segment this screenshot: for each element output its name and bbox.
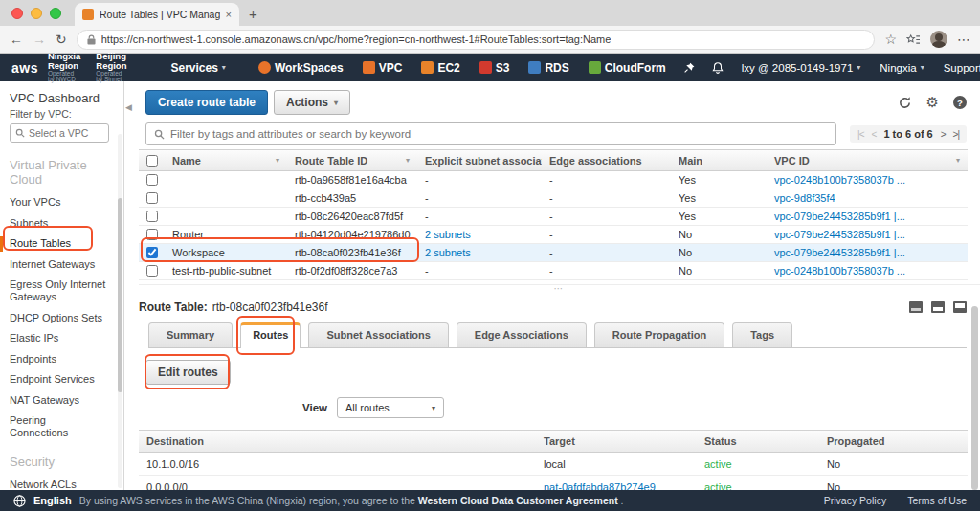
tab-route-propagation[interactable]: Route Propagation bbox=[594, 322, 724, 347]
aws-logo[interactable]: aws bbox=[11, 60, 38, 76]
sidebar-item-subnets[interactable]: Subnets bbox=[10, 217, 107, 230]
tab-subnet-associations[interactable]: Subnet Associations bbox=[308, 322, 448, 347]
sidebar-item-endpoints[interactable]: Endpoints bbox=[10, 353, 107, 366]
shortcut-workspaces[interactable]: WorkSpaces bbox=[258, 61, 344, 75]
column-header-main[interactable]: Main bbox=[671, 155, 767, 167]
shortcut-s3[interactable]: S3 bbox=[479, 61, 510, 75]
cell-vpc-id-link[interactable]: vpc-0248b100b7358037b ... bbox=[767, 174, 968, 186]
row-checkbox[interactable] bbox=[146, 211, 158, 222]
customer-agreement-link[interactable]: Western Cloud Data Customer Agreement bbox=[418, 495, 618, 506]
pane-layout-split-icon[interactable] bbox=[931, 301, 945, 313]
table-row[interactable]: Router rtb-04120d04e219786d0 2 subnets -… bbox=[139, 226, 968, 244]
terms-of-use-link[interactable]: Terms of Use bbox=[907, 495, 967, 506]
detail-scrollbar[interactable] bbox=[971, 306, 978, 490]
select-all-checkbox[interactable] bbox=[146, 155, 158, 167]
view-select[interactable]: All routes ▾ bbox=[337, 397, 444, 418]
search-filter-text[interactable] bbox=[170, 128, 828, 140]
account-menu[interactable]: lxy @ 2085-0149-1971 ▾ bbox=[742, 62, 861, 74]
table-row-selected[interactable]: Workspace rtb-08ca0f023fb41e36f 2 subnet… bbox=[139, 244, 968, 262]
back-icon[interactable]: ← bbox=[10, 32, 23, 47]
language-selector[interactable]: English bbox=[33, 495, 72, 506]
pane-layout-minimized-icon[interactable] bbox=[909, 301, 923, 313]
privacy-policy-link[interactable]: Privacy Policy bbox=[824, 495, 886, 506]
last-page-icon[interactable]: >| bbox=[953, 129, 959, 140]
cell-explicit-subnet-association[interactable]: 2 subnets bbox=[417, 229, 542, 240]
row-checkbox[interactable] bbox=[146, 247, 158, 258]
table-row[interactable]: rtb-08c26420eac87fd5f - - Yes vpc-079be2… bbox=[139, 208, 968, 226]
cell-vpc-id-link[interactable]: vpc-079be24453285b9f1 |... bbox=[767, 247, 968, 258]
close-window-button[interactable] bbox=[11, 8, 23, 19]
column-header-route-table-id[interactable]: Route Table ID▾ bbox=[287, 155, 417, 167]
row-checkbox[interactable] bbox=[146, 174, 158, 186]
edit-routes-button[interactable]: Edit routes bbox=[145, 360, 231, 385]
pane-layout-expanded-icon[interactable] bbox=[953, 301, 967, 313]
help-icon[interactable]: ? bbox=[953, 96, 967, 109]
sidebar-title[interactable]: VPC Dashboard bbox=[10, 91, 123, 105]
close-tab-icon[interactable]: × bbox=[226, 9, 232, 20]
pin-icon[interactable] bbox=[683, 61, 696, 74]
notifications-bell-icon[interactable] bbox=[711, 61, 724, 75]
new-tab-button[interactable]: + bbox=[249, 6, 257, 22]
table-row[interactable]: rtb-ccb439a5 - - Yes vpc-9d8f35f4 bbox=[139, 189, 968, 208]
sidebar-item-peering-connections[interactable]: Peering Connections bbox=[10, 414, 107, 439]
actions-button[interactable]: Actions ▾ bbox=[274, 90, 350, 115]
refresh-icon[interactable] bbox=[898, 96, 912, 110]
services-menu[interactable]: Services ▾ bbox=[170, 61, 225, 75]
cell-explicit-subnet-association[interactable]: 2 subnets bbox=[417, 247, 542, 258]
column-header-status[interactable]: Status bbox=[697, 435, 819, 447]
settings-gear-icon[interactable]: ⚙ bbox=[926, 94, 939, 111]
cell-vpc-id-link[interactable]: vpc-0248b100b7358037b ... bbox=[767, 265, 968, 277]
row-checkbox[interactable] bbox=[146, 192, 158, 204]
forward-icon[interactable]: → bbox=[33, 32, 46, 47]
cell-vpc-id-link[interactable]: vpc-079be24453285b9f1 |... bbox=[767, 211, 968, 222]
column-header-vpc-id[interactable]: VPC ID▾ bbox=[767, 155, 968, 167]
create-route-table-button[interactable]: Create route table bbox=[145, 90, 268, 115]
sidebar-item-egress-only-internet-gateways[interactable]: Egress Only Internet Gateways bbox=[10, 278, 107, 303]
shortcut-vpc[interactable]: VPC bbox=[363, 61, 403, 75]
shortcut-rds[interactable]: RDS bbox=[528, 61, 568, 75]
profile-avatar[interactable] bbox=[930, 31, 947, 48]
reload-icon[interactable]: ↻ bbox=[56, 32, 67, 47]
support-menu[interactable]: Support ▾ bbox=[944, 62, 980, 74]
sidebar-item-endpoint-services[interactable]: Endpoint Services bbox=[10, 373, 107, 386]
cell-vpc-id-link[interactable]: vpc-079be24453285b9f1 |... bbox=[767, 229, 968, 240]
tab-edge-associations[interactable]: Edge Associations bbox=[457, 322, 587, 347]
minimize-window-button[interactable] bbox=[31, 8, 42, 19]
column-header-target[interactable]: Target bbox=[536, 435, 697, 447]
tab-tags[interactable]: Tags bbox=[732, 322, 792, 347]
panel-resize-handle[interactable]: ⋯ bbox=[139, 284, 980, 296]
table-row[interactable]: test-rtb-public-subnet rtb-0f2df08ff328c… bbox=[139, 262, 968, 280]
row-checkbox[interactable] bbox=[146, 229, 158, 240]
row-checkbox[interactable] bbox=[146, 265, 158, 277]
sidebar-item-route-tables[interactable]: Route Tables bbox=[10, 237, 107, 250]
search-filter-input[interactable] bbox=[145, 122, 836, 145]
region-selector-menu[interactable]: Ningxia ▾ bbox=[880, 62, 924, 74]
table-row[interactable]: rtb-0a9658f81e16a4cba - - Yes vpc-0248b1… bbox=[139, 171, 968, 189]
bookmark-star-icon[interactable]: ☆ bbox=[884, 32, 897, 47]
column-header-edge-associations[interactable]: Edge associations bbox=[542, 155, 671, 167]
sidebar-item-elastic-ips[interactable]: Elastic IPs bbox=[10, 332, 107, 344]
sidebar-scrollbar[interactable] bbox=[118, 134, 122, 488]
shortcut-ec2[interactable]: EC2 bbox=[421, 61, 459, 75]
tab-routes[interactable]: Routes bbox=[240, 322, 301, 348]
collapse-sidebar-icon[interactable]: ◀ bbox=[125, 102, 132, 112]
column-header-propagated[interactable]: Propagated bbox=[819, 435, 968, 447]
sidebar-item-internet-gateways[interactable]: Internet Gateways bbox=[10, 258, 107, 271]
maximize-window-button[interactable] bbox=[50, 8, 61, 19]
column-header-destination[interactable]: Destination bbox=[139, 435, 536, 447]
address-bar[interactable]: https://cn-northwest-1.console.amazonaws… bbox=[77, 30, 876, 50]
sidebar-item-nat-gateways[interactable]: NAT Gateways bbox=[10, 394, 107, 407]
browser-menu-icon[interactable]: ⋯ bbox=[957, 32, 970, 47]
shortcut-cloudformation[interactable]: CloudForm bbox=[589, 61, 666, 75]
next-page-icon[interactable]: > bbox=[941, 129, 946, 140]
vpc-filter-input[interactable] bbox=[10, 123, 109, 143]
first-page-icon[interactable]: |< bbox=[858, 129, 863, 140]
vpc-filter-text[interactable] bbox=[29, 127, 103, 139]
cell-vpc-id-link[interactable]: vpc-9d8f35f4 bbox=[767, 192, 968, 204]
favorites-list-icon[interactable] bbox=[906, 33, 921, 46]
sidebar-item-dhcp-options-sets[interactable]: DHCP Options Sets bbox=[10, 312, 107, 324]
previous-page-icon[interactable]: < bbox=[872, 129, 877, 140]
sidebar-item-your-vpcs[interactable]: Your VPCs bbox=[10, 196, 107, 209]
column-header-explicit-subnet-association[interactable]: Explicit subnet association bbox=[417, 155, 542, 167]
column-header-name[interactable]: Name▾ bbox=[165, 155, 287, 167]
